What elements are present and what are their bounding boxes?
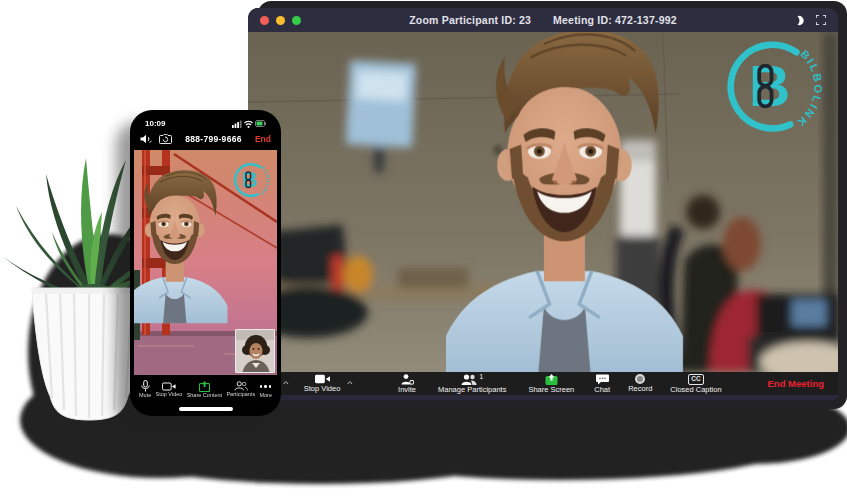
home-indicator-area bbox=[130, 402, 281, 416]
share-screen-icon bbox=[545, 374, 558, 385]
status-icons bbox=[232, 119, 266, 128]
end-meeting-button[interactable]: End Meeting bbox=[768, 378, 828, 389]
phone-share-content-button[interactable]: Share Content bbox=[187, 381, 222, 399]
switch-camera-icon[interactable] bbox=[159, 134, 172, 144]
home-indicator[interactable] bbox=[179, 407, 233, 411]
microphone-icon bbox=[141, 380, 150, 392]
share-screen-button[interactable]: Share Screen bbox=[528, 374, 574, 394]
zoom-desktop-window: Zoom Participant ID: 23Meeting ID: 472-1… bbox=[248, 8, 838, 400]
invite-button[interactable]: Invite bbox=[398, 374, 416, 394]
share-content-icon bbox=[199, 381, 210, 392]
participants-icon bbox=[234, 381, 248, 391]
dial-in-number: 888-799-9666 bbox=[179, 134, 248, 144]
main-video-feed bbox=[248, 32, 838, 372]
record-icon bbox=[635, 374, 645, 384]
desktop-titlebar[interactable]: Zoom Participant ID: 23Meeting ID: 472-1… bbox=[248, 8, 838, 32]
phone-toolbar: Mute Stop Video Share Content Particip bbox=[130, 375, 281, 402]
window-bottom-edge bbox=[248, 395, 838, 400]
speaker-icon[interactable] bbox=[140, 134, 152, 144]
white-pot bbox=[32, 288, 146, 420]
phone-participants-button[interactable]: Participants bbox=[226, 381, 255, 398]
cellular-signal-icon bbox=[232, 121, 242, 129]
phone-video-feed bbox=[134, 150, 277, 375]
chat-bubble-icon bbox=[596, 374, 609, 385]
manage-participants-button[interactable]: 1 Manage Participants bbox=[438, 374, 506, 394]
scene: { "desktop": { "titlebar": { "participan… bbox=[0, 0, 847, 499]
cc-icon: CC bbox=[688, 374, 703, 385]
phone-mute-button[interactable]: Mute bbox=[139, 380, 151, 399]
participant-id-text: Zoom Participant ID: 23 bbox=[409, 14, 531, 26]
meeting-id-text: Meeting ID: 472-137-992 bbox=[553, 14, 677, 26]
zoom-mobile-phone: 10:09 bbox=[130, 110, 281, 416]
video-camera-icon bbox=[315, 374, 330, 384]
mute-options-chevron-icon[interactable]: ^ bbox=[283, 379, 288, 388]
status-time: 10:09 bbox=[145, 119, 165, 128]
phone-status-bar: 10:09 bbox=[130, 110, 281, 128]
video-camera-icon bbox=[162, 382, 176, 391]
stop-video-button[interactable]: Stop Video bbox=[304, 374, 341, 393]
invite-person-icon bbox=[401, 374, 414, 385]
self-view-pip[interactable] bbox=[235, 329, 275, 373]
desktop-toolbar: ^ Stop Video ^ Invite bbox=[248, 372, 838, 395]
closed-caption-button[interactable]: CC Closed Caption bbox=[670, 374, 721, 393]
phone-call-header: 888-799-9666 End bbox=[130, 128, 281, 150]
video-options-chevron-icon[interactable]: ^ bbox=[348, 379, 353, 388]
phone-stop-video-button[interactable]: Stop Video bbox=[156, 382, 183, 398]
chat-button[interactable]: Chat bbox=[594, 374, 610, 394]
office-scene bbox=[248, 32, 838, 372]
record-button[interactable]: Record bbox=[628, 374, 652, 393]
phone-end-call-button[interactable]: End bbox=[255, 134, 271, 144]
wifi-icon bbox=[245, 121, 253, 128]
participants-count-badge: 1 bbox=[479, 374, 483, 381]
window-title: Zoom Participant ID: 23Meeting ID: 472-1… bbox=[248, 14, 838, 26]
more-dots-icon bbox=[260, 381, 272, 392]
phone-more-button[interactable]: More bbox=[259, 381, 272, 399]
battery-icon bbox=[256, 121, 267, 127]
participants-icon bbox=[461, 374, 477, 385]
